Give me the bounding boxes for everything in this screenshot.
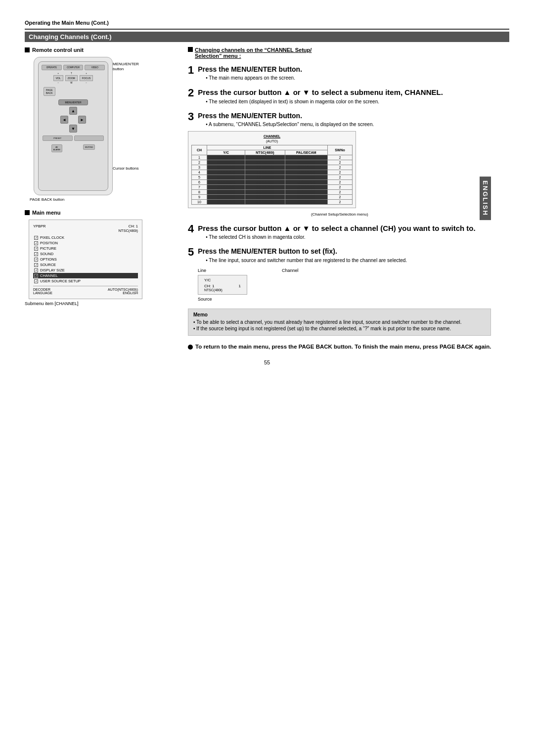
bullet-icon [25, 47, 30, 52]
ntsc-value: NTSC(480i) [204, 288, 241, 292]
menu-item-user-source: ✓USER SOURCE SETUP [33, 278, 138, 284]
ch-table: CH LINE SWNo Y/C NTSC(480i) PAL/SECAM [191, 145, 353, 205]
ch-row-2: 2▓▓▓▓▓▓▓▓▓▓▓▓▓▓▓▓▓▓▓▓▓2 [192, 160, 353, 165]
focus-btn: FOCUS [80, 75, 93, 81]
cursor-up-btn: ▲ [69, 107, 77, 115]
right-column: Changing channels on the “CHANNEL Setup/… [188, 47, 491, 350]
page-back-label: PAGE BACK button [30, 197, 173, 202]
step-5-title: Press the MENU/ENTER button to set (fix)… [198, 247, 407, 256]
remote-control-diagram: OPERATE COMPUTER VIDEO + VOL − T [34, 57, 113, 195]
step-1-title: Press the MENU/ENTER button. [198, 65, 302, 74]
cursor-right-btn: ► [78, 116, 86, 124]
menu-item-pixel-clock: ✓PIXEL CLOCK [33, 235, 138, 240]
step-5: 5 Press the MENU/ENTER button to set (fi… [188, 247, 491, 301]
english-tab: ENGLISH [480, 177, 491, 220]
left-column: Remote control unit MENU/ENTER button OP… [25, 47, 173, 306]
memo-title: Memo [193, 312, 486, 317]
computer-btn: COMPUTER [63, 65, 84, 70]
menu-header-right: CH: 1 NTSC(480i) [118, 224, 138, 233]
main-menu-section-title: Main menu [25, 210, 173, 216]
step-2: 2 Press the cursor button ▲ or ▼ to sele… [188, 88, 491, 104]
zoom-btn: ZOOM [65, 75, 78, 81]
menu-item-position: ✓POSITION [33, 240, 138, 246]
section-title-bar: Changing Channels (Cont.) [25, 32, 509, 42]
step-2-note: The selected item (displayed in text) is… [206, 99, 443, 104]
av-alarm-btn: AVALARM [51, 144, 62, 152]
menu-item-channel: ✓CHANNEL [33, 273, 138, 278]
yc-value: Y/C [204, 278, 241, 282]
ch-row-1: 1▓▓▓▓▓▓▓▓▓▓▓▓▓▓▓▓▓▓▓▓▓2 [192, 155, 353, 160]
remote-section-title: Remote control unit [25, 47, 173, 53]
circle-bullet-icon [188, 345, 193, 350]
step-3-note: A submenu, “CHANNEL Setup/Selection” men… [206, 122, 374, 127]
menu-item-picture: ✓PICTURE [33, 246, 138, 251]
step-2-number: 2 [188, 88, 194, 98]
video-btn: VIDEO [85, 65, 105, 70]
ch-value: CH: 1 [204, 284, 214, 288]
ls-box: Y/C CH: 1 1 NTSC(480i) [198, 275, 247, 295]
menu-item-sound: ✓SOUND [33, 251, 138, 257]
ch-row-7: 7▓▓▓▓▓▓▓▓▓▓▓▓▓▓▓▓▓▓▓▓▓2 [192, 184, 353, 189]
step-4-note: The selected CH is shown in magenta colo… [206, 234, 475, 240]
cursor-cross: ▲ ◄ ► ▼ [58, 107, 88, 133]
cursor-left-btn: ◄ [60, 116, 68, 124]
final-note: To return to the main menu, press the PA… [188, 344, 491, 350]
menu-footer: DECODERAUTO(NTSC(480i)) LANGUAGE ENGLISH [33, 286, 138, 295]
ch-row-10: 10▓▓▓▓▓▓▓▓▓▓▓▓▓▓▓▓▓▓▓▓▓2 [192, 199, 353, 204]
channel-label: Channel [282, 268, 299, 273]
preset-btn1: PRESET [43, 135, 73, 141]
page-header: Operating the Main Menu (Cont.) [25, 20, 509, 26]
line-label: Line [198, 268, 247, 273]
step-5-note: The line input, source and switcher numb… [206, 258, 407, 263]
ch-diagram-title: CHANNEL [191, 134, 353, 138]
step-3: 3 Press the MENU/ENTER button. A submenu… [188, 111, 491, 217]
bullet-icon-2 [25, 210, 30, 215]
step-4-title: Press the cursor button ▲ or ▼ to select… [198, 223, 475, 233]
channel-setup-bullet [188, 47, 193, 52]
cursor-buttons-label: Cursor buttons [113, 166, 138, 171]
source-label: Source [198, 297, 247, 302]
menu-enter-btn: MENU/ENTER [58, 99, 88, 105]
ch-row-8: 8▓▓▓▓▓▓▓▓▓▓▓▓▓▓▓▓▓▓▓▓▓2 [192, 189, 353, 194]
preset-btn2 [74, 135, 104, 141]
step-1-number: 1 [188, 65, 194, 76]
page-number: 55 [25, 359, 509, 365]
step-4: 4 Press the cursor button ▲ or ▼ to sele… [188, 223, 491, 240]
page-back-inner-btn: PAGEBACK [44, 87, 55, 96]
step-4-number: 4 [188, 223, 194, 234]
ch-diagram-label: (Channel Setup/Selection menu) [188, 212, 491, 217]
step-1: 1 Press the MENU/ENTER button. The main … [188, 65, 491, 81]
cursor-down-btn: ▼ [69, 125, 77, 133]
ch-diagram-sub: (AUTO) [191, 139, 353, 143]
memo-note-2: If the source being input is not registe… [193, 326, 486, 331]
main-menu-diagram: YPBPR CH: 1 NTSC(480i) ✓PIXEL CLOCK ✓POS… [29, 220, 142, 299]
muting-btn: MUTING [83, 144, 95, 150]
menu-item-source: ✓SOURCE [33, 262, 138, 267]
ch-row-5: 5▓▓▓▓▓▓▓▓▓▓▓▓▓▓▓▓▓▓▓▓▓2 [192, 175, 353, 179]
ch-row-4: 4▓▓▓▓▓▓▓▓▓▓▓▓▓▓▓▓▓▓▓▓▓2 [192, 170, 353, 175]
step-5-number: 5 [188, 247, 194, 258]
ch-row-6: 6▓▓▓▓▓▓▓▓▓▓▓▓▓▓▓▓▓▓▓▓▓2 [192, 179, 353, 184]
channel-diagram: CHANNEL (AUTO) CH LINE SWNo Y/C NTSC(480… [188, 131, 356, 208]
memo-box: Memo To be able to select a channel, you… [188, 309, 491, 336]
menu-header-left: YPBPR [33, 224, 45, 233]
step-1-note: The main menu appears on the screen. [206, 75, 302, 81]
channel-setup-header: Changing channels on the “CHANNEL Setup/… [188, 47, 491, 59]
vol-btn: VOL [53, 75, 63, 81]
menu-enter-label: MENU/ENTER button [113, 62, 152, 71]
step-3-number: 3 [188, 111, 194, 122]
step-2-title: Press the cursor button ▲ or ▼ to select… [198, 88, 443, 97]
menu-item-display-size: ✓DISPLAY SIZE [33, 267, 138, 273]
submenu-label: Submenu item [CHANNEL] [25, 301, 173, 306]
menu-item-options: ✓OPTIONS [33, 257, 138, 262]
line-source-diagram: Line Y/C CH: 1 1 NTSC(480i) Source [188, 268, 491, 302]
operate-btn: OPERATE [42, 65, 62, 70]
step-3-title: Press the MENU/ENTER button. [198, 111, 374, 120]
ch-row-9: 9▓▓▓▓▓▓▓▓▓▓▓▓▓▓▓▓▓▓▓▓▓2 [192, 194, 353, 199]
memo-note-1: To be able to select a channel, you must… [193, 319, 486, 325]
ch-row-3: 3▓▓▓▓▓▓▓▓▓▓▓▓▓▓▓▓▓▓▓▓▓2 [192, 165, 353, 170]
